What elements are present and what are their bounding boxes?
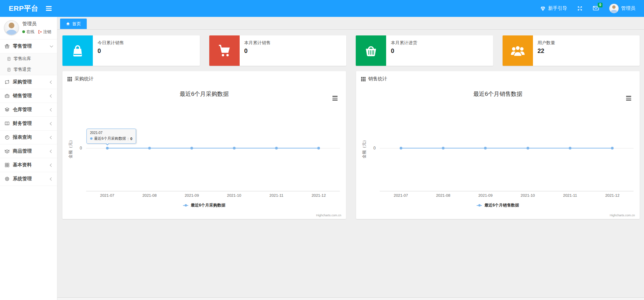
purchase-stats-panel: 采购统计 最近6个月采购数据 金额（元） 0 2021-07: [62, 71, 346, 219]
legend-item[interactable]: 最近6个月销售数据: [356, 202, 640, 208]
legend-label: 最近6个月销售数据: [484, 202, 519, 208]
legend-marker-icon: [183, 205, 188, 206]
purchase-chart-plot: 金额（元） 0 2021-07 最近6个月采购数据: 0: [86, 105, 340, 191]
card-title: 今日累计销售: [98, 40, 124, 46]
sidebar-item-label: 仓库管理: [13, 107, 32, 113]
stat-cards: 今日累计销售 0 本月累计销售 0 本月累计进货 0: [57, 30, 644, 66]
th-grid-icon: [68, 77, 72, 81]
data-point[interactable]: [569, 147, 571, 149]
chevron-left-icon: [50, 80, 53, 84]
x-axis-tick: 2021-11: [549, 193, 591, 197]
user-menu[interactable]: 管理员: [609, 4, 635, 13]
data-point[interactable]: [400, 147, 402, 149]
stat-card-user-count: 用户数量 22: [503, 35, 640, 66]
logout-link[interactable]: 注销: [38, 29, 51, 35]
data-point[interactable]: [611, 147, 614, 149]
top-header: ERP平台 新手引导 0 管理员: [0, 0, 644, 17]
tab-home-label: 首页: [72, 21, 81, 27]
chevron-left-icon: [50, 94, 53, 98]
stat-card-month-sales: 本月累计销售 0: [209, 35, 347, 66]
avatar: [4, 20, 19, 35]
retail-submenu: 零售出库 零售退货: [0, 53, 57, 75]
sidebar-item-goods[interactable]: 商品管理: [0, 144, 57, 158]
legend-marker-icon: [477, 205, 482, 206]
data-point[interactable]: [527, 147, 529, 149]
users-icon: [503, 35, 533, 66]
data-point[interactable]: [233, 147, 236, 149]
data-point[interactable]: [190, 147, 193, 149]
sidebar-item-retail-outbound[interactable]: 零售出库: [0, 53, 57, 64]
sidebar-toggle-button[interactable]: [44, 4, 54, 13]
chart-credits-link[interactable]: Highcharts.com.cn: [316, 214, 341, 217]
panel-title: 销售统计: [368, 76, 387, 82]
document-icon: [7, 57, 11, 61]
fullscreen-button[interactable]: [577, 6, 583, 11]
app-logo[interactable]: ERP平台: [0, 4, 38, 13]
footer-divider: [57, 297, 644, 300]
guide-link[interactable]: 新手引导: [540, 5, 567, 11]
shopping-cart-icon: [209, 35, 240, 66]
data-point[interactable]: [484, 147, 487, 149]
gear-icon: [4, 176, 10, 182]
data-point[interactable]: [442, 147, 445, 149]
sidebar-item-purchase[interactable]: 采购管理: [0, 75, 57, 89]
card-value: 0: [391, 48, 417, 55]
x-axis-tick: 2021-09: [171, 193, 213, 197]
sidebar-menu: 零售管理 零售出库 零售退货 采购管理: [0, 39, 57, 186]
legend-item[interactable]: 最近6个月采购数据: [62, 202, 346, 208]
mail-button[interactable]: 0: [593, 5, 599, 12]
stat-card-today-sales: 今日累计销售 0: [62, 35, 200, 66]
tooltip-header: 2021-07: [90, 131, 132, 135]
avatar: [609, 4, 619, 13]
sidebar-item-retail-return[interactable]: 零售退货: [0, 64, 57, 75]
sidebar-item-sales[interactable]: 销售管理: [0, 89, 57, 103]
sidebar: 管理员 在线 注销 零售管理: [0, 17, 57, 300]
chart-credits-link[interactable]: Highcharts.com.cn: [610, 214, 635, 217]
sidebar-item-system[interactable]: 系统管理: [0, 172, 57, 186]
chevron-left-icon: [50, 136, 53, 139]
x-axis-tick: 2021-07: [86, 193, 128, 197]
sidebar-item-label: 采购管理: [13, 79, 32, 85]
chevron-left-icon: [50, 122, 53, 125]
guide-label: 新手引导: [548, 5, 567, 11]
x-axis-tick: 2021-08: [422, 193, 464, 197]
x-axis-tick: 2021-08: [128, 193, 170, 197]
data-point[interactable]: [275, 147, 278, 149]
chart-title: 最近6个月采购数据: [62, 90, 346, 98]
main-content: 首页 今日累计销售 0 本月累计销售 0: [57, 17, 644, 300]
data-point[interactable]: [148, 147, 151, 149]
sidebar-item-basic-data[interactable]: 基本资料: [0, 158, 57, 172]
sidebar-item-warehouse[interactable]: 仓库管理: [0, 103, 57, 117]
chart-tooltip: 2021-07 最近6个月采购数据: 0: [86, 129, 136, 144]
card-title: 用户数量: [538, 40, 555, 46]
sidebar-item-label: 商品管理: [13, 148, 32, 154]
card-title: 本月累计销售: [244, 40, 271, 46]
chevron-left-icon: [50, 177, 53, 181]
y-axis-tick: 0: [80, 146, 82, 151]
tab-home[interactable]: 首页: [60, 19, 87, 29]
chart-context-menu-button[interactable]: [624, 94, 633, 102]
data-point[interactable]: [317, 147, 320, 149]
x-axis-tick: 2021-12: [591, 193, 634, 197]
sidebar-item-finance[interactable]: 财务管理: [0, 117, 57, 131]
tooltip-separator: :: [128, 137, 129, 141]
panel-title: 采购统计: [75, 76, 93, 82]
x-axis-tick: 2021-11: [255, 193, 297, 197]
home-icon: [66, 22, 70, 26]
sidebar-user-panel: 管理员 在线 注销: [0, 17, 57, 39]
tooltip-value: 0: [130, 137, 132, 141]
series-dot-icon: [90, 137, 92, 140]
sales-stats-panel: 销售统计 最近6个月销售数据 金额（元） 0 2021-07 2021-08: [356, 71, 640, 219]
package-icon: [4, 148, 10, 154]
repeat-icon: [4, 79, 10, 85]
briefcase-icon: [4, 93, 10, 99]
sales-chart-plot: 金额（元） 0: [380, 105, 634, 191]
sidebar-item-retail[interactable]: 零售管理: [0, 39, 57, 53]
x-axis-labels: 2021-07 2021-08 2021-09 2021-10 2021-11 …: [86, 193, 340, 197]
chevron-left-icon: [50, 149, 53, 153]
chart-context-menu-button[interactable]: [330, 94, 339, 102]
fullscreen-icon: [577, 6, 583, 11]
y-axis-title: 金额（元）: [68, 138, 74, 158]
sidebar-item-reports[interactable]: 报表查询: [0, 131, 57, 144]
card-title: 本月累计进货: [391, 40, 417, 46]
